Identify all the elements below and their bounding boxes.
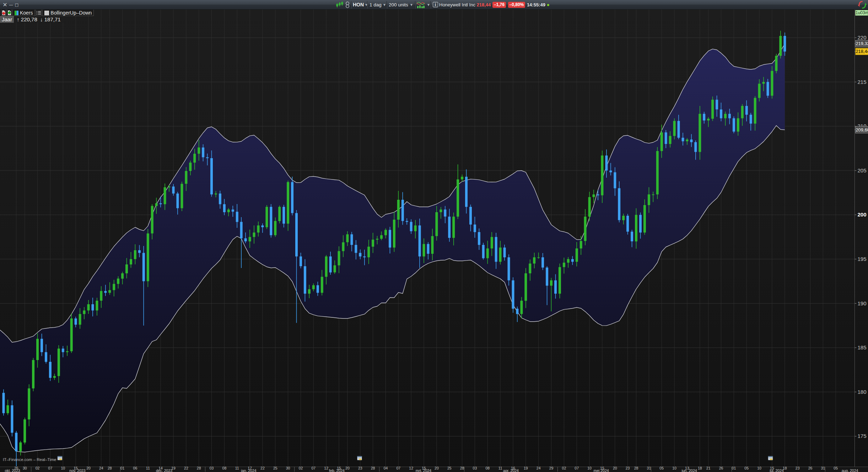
svg-text:07: 07 <box>575 466 579 470</box>
svg-text:02: 02 <box>562 466 566 470</box>
svg-text:31: 31 <box>647 466 651 470</box>
svg-text:07: 07 <box>396 466 400 470</box>
svg-text:31: 31 <box>821 466 825 470</box>
svg-text:01: 01 <box>732 466 736 470</box>
svg-text:06: 06 <box>133 466 138 470</box>
svg-text:215: 215 <box>858 79 867 85</box>
svg-text:mrt. 2024: mrt. 2024 <box>416 468 432 472</box>
svg-text:28: 28 <box>460 466 464 470</box>
svg-text:18: 18 <box>698 466 702 470</box>
svg-text:29: 29 <box>549 466 554 470</box>
svg-text:07: 07 <box>311 466 316 470</box>
svg-text:28: 28 <box>634 466 638 470</box>
svg-text:10: 10 <box>672 466 676 470</box>
svg-text:okt. 2023: okt. 2023 <box>5 468 20 472</box>
svg-text:21: 21 <box>706 466 711 470</box>
svg-text:04: 04 <box>384 466 388 470</box>
svg-text:10: 10 <box>61 466 65 470</box>
svg-text:20: 20 <box>435 466 439 470</box>
svg-text:dec. 2023: dec. 2023 <box>156 468 172 472</box>
svg-text:28: 28 <box>197 466 201 470</box>
svg-text:03: 03 <box>473 466 477 470</box>
svg-text:22: 22 <box>184 466 188 470</box>
svg-text:feb. 2024: feb. 2024 <box>329 468 345 472</box>
svg-text:26: 26 <box>808 466 813 470</box>
svg-text:12: 12 <box>409 466 413 470</box>
svg-text:190: 190 <box>858 300 867 306</box>
svg-text:05: 05 <box>744 466 749 470</box>
svg-text:11: 11 <box>146 466 150 470</box>
svg-text:05: 05 <box>659 466 664 470</box>
svg-text:20: 20 <box>345 466 350 470</box>
svg-text:20: 20 <box>613 466 617 470</box>
svg-text:nov. 2023: nov. 2023 <box>69 468 86 472</box>
svg-text:IT–Finance.com – Real–Time: IT–Finance.com – Real–Time <box>3 457 56 462</box>
svg-text:08: 08 <box>485 466 490 470</box>
svg-text:175: 175 <box>858 433 867 439</box>
svg-text:apr. 2024: apr. 2024 <box>503 468 519 472</box>
svg-text:11: 11 <box>235 466 239 470</box>
svg-text:28: 28 <box>371 466 375 470</box>
svg-text:mei 2024: mei 2024 <box>593 468 609 472</box>
svg-text:180: 180 <box>858 389 867 395</box>
svg-text:jun. 2024: jun. 2024 <box>681 468 697 472</box>
svg-text:23: 23 <box>796 466 800 470</box>
svg-text:03: 03 <box>210 466 214 470</box>
svg-text:23: 23 <box>358 466 362 470</box>
svg-text:05: 05 <box>834 466 838 470</box>
svg-text:218,44: 218,44 <box>856 49 868 54</box>
svg-text:25: 25 <box>273 466 277 470</box>
svg-text:219,32: 219,32 <box>856 41 868 46</box>
svg-text:12: 12 <box>324 466 328 470</box>
svg-text:200: 200 <box>858 211 867 218</box>
svg-text:28: 28 <box>108 466 112 470</box>
svg-text:23: 23 <box>626 466 630 470</box>
svg-text:220: 220 <box>858 34 867 41</box>
svg-text:02: 02 <box>36 466 40 470</box>
svg-text:19: 19 <box>524 466 528 470</box>
svg-text:jan. 2024: jan. 2024 <box>241 468 256 472</box>
svg-text:10: 10 <box>587 466 592 470</box>
svg-text:185: 185 <box>858 344 867 350</box>
svg-text:22: 22 <box>260 466 265 470</box>
svg-text:08: 08 <box>222 466 227 470</box>
svg-text:07: 07 <box>48 466 53 470</box>
svg-text:01: 01 <box>120 466 125 470</box>
svg-text:205: 205 <box>858 167 867 173</box>
svg-text:20: 20 <box>86 466 91 470</box>
svg-text:10: 10 <box>757 466 761 470</box>
svg-text:195: 195 <box>858 256 867 262</box>
svg-text:25: 25 <box>447 466 452 470</box>
svg-text:24: 24 <box>537 466 541 470</box>
svg-text:aug. 2024: aug. 2024 <box>842 468 858 472</box>
svg-text:209,60: 209,60 <box>856 127 868 133</box>
svg-text:jul. 2024: jul. 2024 <box>769 468 784 472</box>
svg-text:24: 24 <box>99 466 103 470</box>
svg-text:30: 30 <box>286 466 290 470</box>
svg-text:26: 26 <box>719 466 723 470</box>
svg-text:11: 11 <box>498 466 502 470</box>
svg-text:02: 02 <box>299 466 303 470</box>
svg-text:30: 30 <box>23 466 27 470</box>
